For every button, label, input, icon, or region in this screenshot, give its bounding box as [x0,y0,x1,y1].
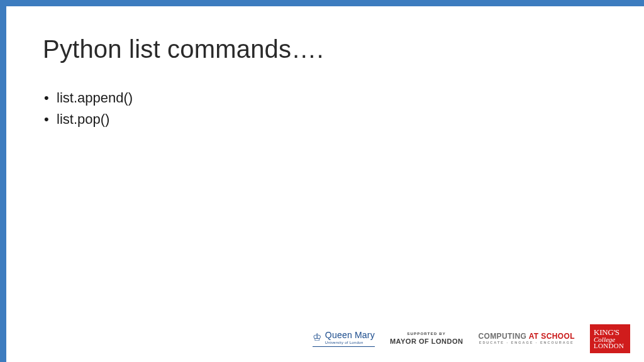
footer-logos: ♔ Queen Mary University of London SUPPOR… [313,324,630,353]
kings-college-logo: KING'S College LONDON [590,324,630,353]
computing-at-school-logo: COMPUTING AT SCHOOL EDUCATE · ENGAGE · E… [478,332,575,345]
bullet-list: list.append() list.pop() [43,87,608,130]
crown-icon: ♔ [313,332,321,343]
cas-word2: AT SCHOOL [529,332,575,341]
cas-word1: COMPUTING [478,332,528,341]
slide-content: Python list commands…. list.append() lis… [6,6,644,362]
queen-mary-logo: ♔ Queen Mary University of London [313,331,375,347]
list-item: list.pop() [43,109,608,130]
mayor-of-london-logo: SUPPORTED BY MAYOR OF LONDON [390,332,464,346]
qm-underline [313,346,375,347]
qm-main: Queen Mary [325,331,375,339]
slide-border-top [0,0,644,6]
kcl-line3: LONDON [594,343,626,349]
mol-main: MAYOR OF LONDON [390,337,464,346]
slide-border-left [0,0,6,362]
cas-sub: EDUCATE · ENGAGE · ENCOURAGE [479,341,574,345]
qm-sub: University of London [325,341,375,344]
slide-title: Python list commands…. [43,35,608,63]
list-item: list.append() [43,87,608,109]
mol-supported: SUPPORTED BY [407,332,446,336]
